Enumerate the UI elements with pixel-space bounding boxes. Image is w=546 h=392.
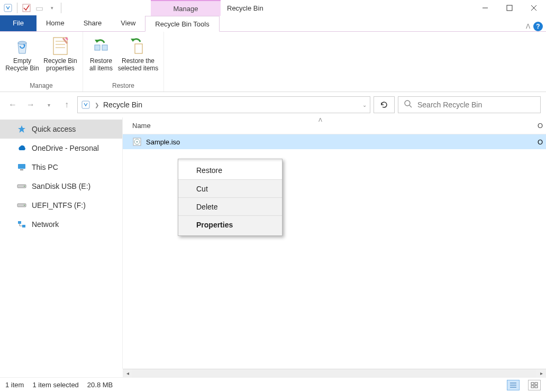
- quick-access-toolbar: ▭ ▾: [0, 0, 66, 16]
- empty-recycle-bin-label: Empty Recycle Bin: [4, 57, 40, 72]
- context-menu-cut[interactable]: Cut: [178, 179, 282, 197]
- ribbon-group-restore-label: Restore: [86, 80, 160, 92]
- ribbon-group-manage: Empty Recycle Bin Recycle Bin properties…: [0, 32, 83, 92]
- sidebar-item-label: Quick access: [32, 125, 76, 133]
- tab-recycle-bin-tools[interactable]: Recycle Bin Tools: [145, 16, 219, 32]
- svg-point-27: [136, 141, 138, 143]
- properties-sheet-icon: [51, 35, 69, 57]
- svg-rect-32: [535, 382, 538, 385]
- status-selected-count: 1 item selected: [32, 381, 78, 389]
- svg-line-16: [410, 105, 412, 107]
- contextual-tab-label: Manage: [151, 0, 221, 16]
- restore-selected-icon: [129, 35, 148, 57]
- svg-rect-34: [535, 386, 538, 388]
- ribbon-tabs: File Home Share View Recycle Bin Tools ᐱ…: [0, 16, 546, 32]
- sidebar-item-drive-e[interactable]: SanDisk USB (E:): [0, 177, 122, 196]
- search-input[interactable]: [417, 101, 535, 109]
- svg-point-15: [405, 101, 410, 106]
- svg-rect-33: [531, 386, 534, 388]
- recycle-bin-properties-button[interactable]: Recycle Bin properties: [41, 34, 79, 80]
- svg-rect-12: [102, 45, 107, 50]
- svg-rect-31: [531, 382, 534, 385]
- sidebar-item-label: OneDrive - Personal: [32, 144, 99, 152]
- context-menu-restore[interactable]: Restore: [178, 161, 282, 179]
- maximize-button[interactable]: [497, 0, 522, 16]
- empty-recycle-bin-button[interactable]: Empty Recycle Bin: [3, 34, 41, 80]
- sidebar-item-label: Network: [32, 220, 59, 229]
- column-headers[interactable]: Name ᐱ O: [123, 117, 546, 134]
- restore-all-items-button[interactable]: Restore all items: [86, 34, 116, 80]
- separator: [17, 3, 17, 13]
- details-view-button[interactable]: [507, 380, 520, 390]
- search-box[interactable]: [398, 96, 541, 113]
- location-recycle-bin-icon: [81, 100, 90, 110]
- navigation-row: ← → ▾ ↑ ❯ Recycle Bin ⌄: [0, 92, 546, 117]
- forward-button[interactable]: →: [23, 97, 38, 112]
- properties-check-icon[interactable]: [22, 3, 31, 13]
- file-row[interactable]: Sample.iso O: [123, 134, 546, 149]
- titlebar: ▭ ▾ Manage Recycle Bin: [0, 0, 546, 16]
- column-name[interactable]: Name: [132, 122, 323, 130]
- recycle-bin-empty-icon: [13, 35, 32, 57]
- svg-rect-14: [82, 101, 89, 108]
- drive-icon: [17, 181, 26, 191]
- scroll-left-button[interactable]: ◂: [123, 369, 132, 378]
- disc-image-icon: [132, 137, 142, 147]
- context-menu-delete[interactable]: Delete: [178, 197, 282, 215]
- breadcrumb[interactable]: Recycle Bin: [103, 101, 142, 109]
- ribbon: Empty Recycle Bin Recycle Bin properties…: [0, 32, 546, 92]
- tab-file[interactable]: File: [0, 15, 37, 31]
- svg-rect-13: [135, 44, 142, 53]
- close-button[interactable]: [522, 0, 546, 16]
- column-right[interactable]: O: [538, 122, 546, 130]
- qat-dropdown-icon[interactable]: ▾: [47, 3, 57, 13]
- context-menu-properties[interactable]: Properties: [178, 215, 282, 233]
- sidebar-item-network[interactable]: Network: [0, 215, 122, 234]
- tab-share[interactable]: Share: [74, 15, 112, 31]
- sidebar-item-label: SanDisk USB (E:): [32, 182, 90, 190]
- back-button[interactable]: ←: [5, 97, 20, 112]
- monitor-icon: [17, 162, 26, 172]
- sidebar-item-label: UEFI_NTFS (F:): [32, 201, 86, 209]
- scroll-track[interactable]: [132, 369, 536, 378]
- file-name: Sample.iso: [146, 138, 180, 146]
- recycle-bin-properties-label: Recycle Bin properties: [42, 57, 78, 72]
- window-controls: [473, 0, 546, 16]
- chevron-right-icon[interactable]: ❯: [95, 102, 99, 108]
- status-item-count: 1 item: [5, 381, 24, 389]
- refresh-button[interactable]: [374, 96, 395, 113]
- svg-rect-17: [18, 164, 25, 169]
- sidebar-item-quick-access[interactable]: Quick access: [0, 120, 122, 139]
- navigation-pane: Quick access OneDrive - Personal This PC…: [0, 117, 123, 369]
- svg-rect-24: [22, 225, 25, 227]
- horizontal-scrollbar[interactable]: ◂ ▸: [123, 369, 546, 377]
- new-folder-icon[interactable]: ▭: [34, 3, 44, 13]
- file-list-pane: Name ᐱ O Sample.iso O: [123, 117, 546, 369]
- restore-selected-items-label: Restore the selected items: [117, 57, 159, 72]
- svg-rect-0: [4, 4, 12, 12]
- tab-view[interactable]: View: [111, 15, 145, 31]
- minimize-button[interactable]: [473, 0, 497, 16]
- explorer-body: Quick access OneDrive - Personal This PC…: [0, 117, 546, 369]
- search-icon: [404, 99, 412, 110]
- scroll-right-button[interactable]: ▸: [536, 369, 546, 378]
- ribbon-group-restore: Restore all items Restore the selected i…: [83, 32, 164, 92]
- window-title: Recycle Bin: [221, 0, 473, 16]
- sidebar-item-drive-f[interactable]: UEFI_NTFS (F:): [0, 196, 122, 215]
- address-history-dropdown[interactable]: ⌄: [362, 102, 367, 108]
- address-bar[interactable]: ❯ Recycle Bin ⌄: [77, 96, 370, 113]
- drive-icon: [17, 200, 26, 210]
- sidebar-item-this-pc[interactable]: This PC: [0, 158, 122, 177]
- svg-rect-23: [18, 221, 21, 224]
- thumbnails-view-button[interactable]: [528, 380, 541, 390]
- help-icon[interactable]: ?: [533, 22, 543, 31]
- sidebar-item-onedrive[interactable]: OneDrive - Personal: [0, 139, 122, 158]
- collapse-ribbon-icon[interactable]: ᐱ: [526, 23, 530, 30]
- svg-point-20: [24, 186, 25, 187]
- restore-selected-items-button[interactable]: Restore the selected items: [116, 34, 160, 80]
- recent-locations-dropdown[interactable]: ▾: [41, 97, 56, 112]
- up-button[interactable]: ↑: [59, 97, 74, 112]
- tab-home[interactable]: Home: [37, 15, 74, 31]
- svg-rect-18: [20, 169, 23, 170]
- svg-point-6: [18, 41, 26, 44]
